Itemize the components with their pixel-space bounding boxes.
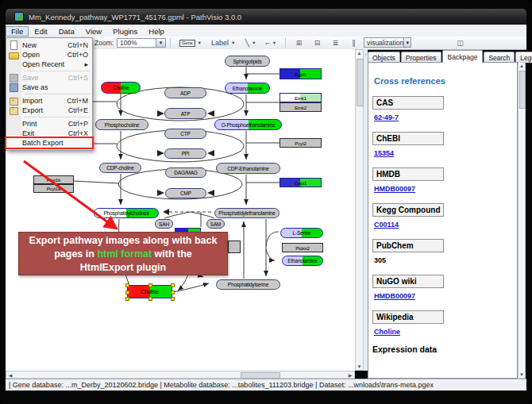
pathway-node-ethanolamine[interactable]: Ethanolamine [282, 256, 323, 266]
pathway-node-o-phosphoethanolamine[interactable]: O-Phosphoethanolamine [214, 119, 282, 130]
file-menu-item-import[interactable]: ImportCtrl+M [6, 96, 92, 106]
gene-tool[interactable]: Gene▼ [176, 38, 205, 48]
selection-handle[interactable] [125, 297, 129, 301]
selection-handle[interactable] [148, 283, 152, 287]
connector-tool[interactable]: ⌐▼ [262, 37, 279, 48]
menu-file[interactable]: File [6, 26, 29, 37]
selection-handle[interactable] [171, 290, 175, 294]
pathway-node-pcyt2[interactable]: Pcyt2 [279, 138, 322, 148]
pathway-node-pcyt1b[interactable]: Pcyt1b [33, 175, 74, 184]
xref-link[interactable]: 15354 [374, 149, 517, 157]
tab-properties[interactable]: Properties [401, 52, 441, 63]
pathway-node-ppi[interactable]: PPi [164, 148, 206, 159]
xref-link[interactable]: HMDB00097 [374, 292, 517, 300]
menu-item-label: Print [22, 120, 37, 128]
xref-link[interactable]: 62-49-7 [374, 114, 517, 121]
callout-line2: pages in html format with the [19, 248, 227, 261]
scroll-up-icon[interactable]: ▲ [519, 63, 525, 68]
sidebar-scrollbar[interactable]: ▲ ▼ [518, 62, 526, 379]
tab-search[interactable]: Search [484, 52, 515, 63]
selection-handle[interactable] [171, 283, 175, 287]
selection-handle[interactable] [148, 297, 152, 301]
menu-help[interactable]: Help [143, 26, 170, 37]
pathway-node-sah[interactable]: SAH [155, 219, 173, 229]
selection-handle[interactable] [125, 290, 129, 294]
align-center-icon[interactable]: ⊞ [292, 38, 306, 48]
pathway-node-etnk1[interactable]: Etnk1 [279, 93, 322, 102]
pathway-node-dag-mag[interactable]: DAG/MAG [165, 167, 206, 178]
pathway-node-atp[interactable]: ATP [164, 108, 206, 119]
xref-title: NuGO wiki [372, 275, 444, 288]
sidebar-toggle-icon[interactable]: ◫ [453, 38, 467, 48]
label-tool[interactable]: Label▼ [208, 37, 238, 48]
pathway-node-l-serine[interactable]: L-Serine [280, 228, 323, 238]
file-menu-item-save-as[interactable]: Save as [6, 83, 92, 92]
chevron-down-icon[interactable]: ▼ [252, 40, 256, 45]
pathway-node[interactable] [228, 240, 241, 253]
pathway-node-cept1[interactable]: Cept1 [279, 178, 322, 187]
file-menu-item-export[interactable]: ExportCtrl+E [6, 106, 92, 115]
pathway-node-ethanolamine[interactable]: Ethanolamine [225, 83, 270, 94]
canvas-horizontal-scrollbar[interactable]: ◀ ▶ [6, 371, 355, 379]
file-menu-item-exit[interactable]: ExitCtrl+X [6, 129, 92, 138]
pathway-node-pcyt1a[interactable]: Pcyt1a [33, 184, 74, 193]
chevron-down-icon[interactable]: ▼ [403, 38, 411, 47]
stack-vertical-icon[interactable]: ∥ [347, 38, 360, 48]
xref-link[interactable]: HMDB00097 [374, 185, 517, 193]
tab-objects[interactable]: Objects [368, 52, 400, 63]
menu-view[interactable]: View [80, 26, 107, 37]
line-tool[interactable]: ╲▼ [242, 37, 260, 48]
scrollbar-thumb[interactable] [357, 59, 364, 106]
pathway-node-choline[interactable]: Choline [127, 285, 172, 298]
pathway-node-ptdss2[interactable]: Ptdss2 [282, 243, 323, 252]
chevron-down-icon[interactable]: ▼ [156, 39, 165, 47]
menu-data[interactable]: Data [53, 26, 80, 37]
pathway-node-cmp[interactable]: CMP [165, 188, 206, 198]
chevron-down-icon[interactable]: ▼ [272, 40, 276, 45]
chevron-down-icon[interactable]: ▼ [231, 40, 235, 45]
distribute-icon[interactable]: ≣ [329, 38, 342, 48]
scrollbar-thumb[interactable] [241, 372, 280, 379]
scroll-left-icon[interactable]: ◀ [7, 372, 13, 378]
pathway-node-phosphocholine[interactable]: Phosphocholine [95, 119, 148, 130]
canvas-vertical-scrollbar[interactable]: ▲ ▼ [355, 49, 364, 371]
visualization-combobox[interactable]: visualization ▼ [364, 37, 411, 48]
scrollbar-thumb[interactable] [519, 71, 526, 109]
tab-legend[interactable]: Legend [515, 52, 532, 63]
menu-item-shortcut: ▸ [84, 60, 88, 68]
file-menu-item-new[interactable]: NewCtrl+N [6, 40, 92, 50]
file-menu-item-open[interactable]: OpenCtrl+O [6, 50, 92, 60]
selection-handle[interactable] [171, 297, 175, 301]
pathway-node-etnk2[interactable]: Etnk2 [279, 102, 322, 112]
pathway-node-phosphatidylserine[interactable]: Phosphatidylserine [216, 279, 280, 290]
pathway-node-phosphatidylcholines[interactable]: Phosphatidylcholines [94, 208, 159, 218]
xref-link[interactable]: Choline [374, 328, 517, 336]
scroll-right-icon[interactable]: ▶ [347, 372, 353, 378]
pathway-node-choline[interactable]: Choline [101, 82, 141, 94]
align-middle-icon[interactable]: ⊟ [310, 38, 324, 48]
scroll-down-icon[interactable]: ▼ [519, 372, 525, 377]
pathway-node-cdp-ethanolamine[interactable]: CDP-Ethanolamine [216, 163, 280, 174]
chevron-down-icon[interactable]: ▼ [198, 40, 202, 45]
status-bar: | Gene database: ...m_Derby_20120602.bri… [6, 379, 526, 391]
file-menu-item-print[interactable]: PrintCtrl+P [6, 119, 92, 129]
pathway-node-adp[interactable]: ADP [164, 87, 206, 98]
pathway-node-sphingolipids[interactable]: Sphingolipids [225, 56, 270, 67]
selection-handle[interactable] [125, 283, 129, 287]
zoom-combobox[interactable]: 100% ▼ [117, 38, 166, 48]
pathway-node-sam[interactable]: SAM [206, 219, 225, 229]
file-menu-item-open-recent[interactable]: Open Recent▸ [6, 60, 92, 69]
pathway-node-sgpl1[interactable]: Sgpl1 [279, 68, 322, 79]
scroll-down-icon[interactable]: ▼ [356, 364, 363, 369]
pathway-node-cdp-choline[interactable]: CDP-choline [99, 163, 141, 173]
tab-backpage[interactable]: Backpage [442, 50, 484, 63]
scroll-up-icon[interactable]: ▲ [356, 51, 363, 56]
menu-edit[interactable]: Edit [29, 26, 52, 37]
pathway-node-ctp[interactable]: CTP [164, 129, 206, 139]
title-bar[interactable]: Mm_Kennedy_pathway_WP1771_45176.gpml - P… [6, 9, 526, 25]
menu-plugins[interactable]: Plugins [107, 26, 143, 37]
menu-bar: FileEditDataViewPluginsHelp [6, 25, 526, 37]
pathway-node-phosphatidylethanolamine[interactable]: Phosphatidylethanolamine [214, 208, 279, 218]
xref-link[interactable]: C00114 [374, 221, 517, 229]
file-menu-item-batch-export[interactable]: Batch Export [6, 138, 92, 148]
